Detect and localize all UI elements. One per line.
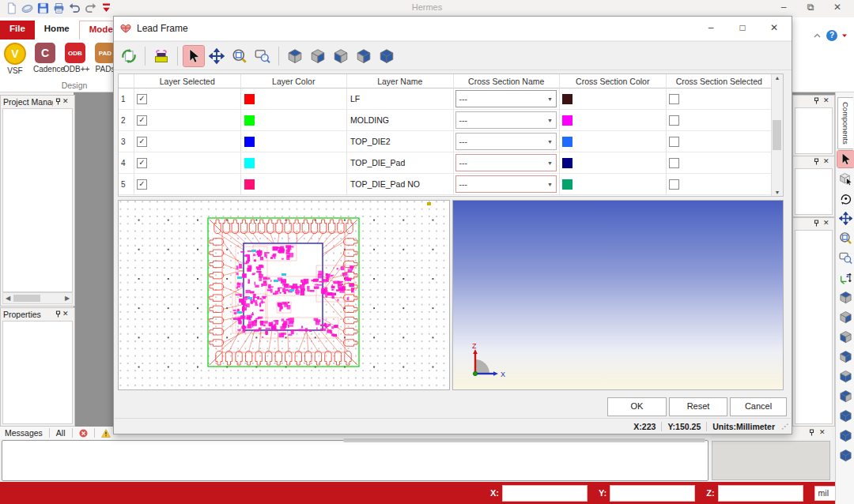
- minimize-button[interactable]: –: [770, 0, 797, 14]
- help-icon[interactable]: ?: [826, 30, 837, 41]
- view-cube-top-button[interactable]: [285, 46, 305, 66]
- cross-section-name-dropdown[interactable]: ---▼: [455, 90, 557, 107]
- cross-section-selected-checkbox[interactable]: [669, 158, 679, 168]
- cross-section-color-swatch[interactable]: [562, 115, 572, 126]
- close-icon[interactable]: ✕: [62, 97, 72, 107]
- cross-section-selected-checkbox[interactable]: [669, 94, 679, 104]
- customize-dropdown-icon[interactable]: [100, 2, 113, 14]
- layer-selected-checkbox[interactable]: ✓: [137, 137, 147, 147]
- restore-button[interactable]: ⧉: [797, 0, 824, 14]
- view-iso-button[interactable]: [376, 46, 397, 66]
- view-iso-1-button[interactable]: [837, 408, 854, 424]
- view-cube-left-button[interactable]: [331, 46, 351, 66]
- redo-icon[interactable]: [84, 2, 97, 14]
- new-file-icon[interactable]: [5, 2, 18, 14]
- cross-section-name-dropdown[interactable]: ---▼: [455, 111, 557, 129]
- pin-icon[interactable]: [53, 310, 62, 319]
- column-header[interactable]: Layer Color: [241, 74, 348, 88]
- reset-button[interactable]: Reset: [669, 397, 727, 416]
- save-file-icon[interactable]: [36, 2, 50, 14]
- select-arrow-button[interactable]: [183, 46, 204, 66]
- tab-home[interactable]: Home: [35, 21, 79, 39]
- scroll-right-icon[interactable]: ▶: [62, 295, 72, 302]
- table-vertical-scrollbar[interactable]: ▲ ▼: [771, 74, 783, 196]
- view-cube-top-button[interactable]: [837, 289, 854, 306]
- view-cube-back-button[interactable]: [837, 348, 854, 365]
- warnings-filter-icon[interactable]: [101, 429, 111, 438]
- view-cube-bottom-button[interactable]: [837, 388, 854, 404]
- close-icon[interactable]: ✕: [823, 157, 833, 167]
- cross-section-name-dropdown[interactable]: ---▼: [455, 154, 557, 171]
- help-dropdown-icon[interactable]: [841, 32, 848, 39]
- view-iso-3-button[interactable]: [837, 447, 854, 464]
- leadframe-layers-button[interactable]: [151, 46, 172, 66]
- pan-view-button[interactable]: [837, 210, 854, 227]
- cross-section-color-swatch[interactable]: [562, 94, 572, 104]
- scroll-left-icon[interactable]: ◀: [3, 295, 13, 302]
- zoom-window-button[interactable]: [837, 250, 854, 266]
- messages-tab[interactable]: Messages: [5, 428, 43, 438]
- print-icon[interactable]: [52, 2, 66, 14]
- dialog-maximize-button[interactable]: □: [727, 17, 758, 39]
- cross-section-color-swatch[interactable]: [562, 158, 572, 168]
- properties-content[interactable]: [2, 321, 73, 424]
- z-coordinate-input[interactable]: [718, 485, 803, 502]
- pin-icon[interactable]: [807, 428, 816, 438]
- column-header[interactable]: Layer Selected: [134, 74, 241, 88]
- z-scale-button[interactable]: z: [837, 269, 854, 286]
- dialog-close-button[interactable]: ✕: [758, 17, 790, 39]
- cross-section-selected-checkbox[interactable]: [669, 179, 679, 190]
- horizontal-scrollbar[interactable]: ◀ ▶: [2, 292, 73, 304]
- reload-button[interactable]: [119, 46, 139, 66]
- select-arrow-button[interactable]: [837, 151, 854, 167]
- zoom-box-button[interactable]: [837, 230, 854, 246]
- close-icon[interactable]: ✕: [823, 219, 833, 228]
- design-item-odb[interactable]: ODBODB++: [63, 43, 87, 75]
- components-tab[interactable]: Components: [837, 97, 853, 149]
- cross-section-color-swatch[interactable]: [562, 137, 572, 147]
- cross-section-color-swatch[interactable]: [562, 179, 572, 190]
- design-item-vsf[interactable]: VVSF: [3, 43, 27, 75]
- zoom-window-button[interactable]: [252, 46, 273, 66]
- ok-button[interactable]: OK: [607, 397, 667, 416]
- view-cube-right-button[interactable]: [837, 309, 854, 325]
- project-manager-content[interactable]: [2, 108, 73, 292]
- tab-file[interactable]: File: [0, 21, 35, 39]
- layer-color-swatch[interactable]: [244, 158, 255, 168]
- pin-icon[interactable]: [811, 219, 821, 228]
- pan-view-button[interactable]: [206, 46, 227, 66]
- errors-filter-icon[interactable]: [79, 429, 88, 438]
- layer-color-swatch[interactable]: [244, 137, 255, 147]
- design-item-cadence[interactable]: CCadence: [33, 43, 57, 75]
- view-cube-front-button[interactable]: [837, 368, 854, 385]
- cross-section-name-dropdown[interactable]: ---▼: [455, 175, 557, 193]
- close-icon[interactable]: ✕: [62, 310, 72, 319]
- view-cube-right-button[interactable]: [308, 46, 328, 66]
- pin-icon[interactable]: [811, 157, 821, 167]
- layer-selected-checkbox[interactable]: ✓: [137, 115, 147, 126]
- open-file-icon[interactable]: [21, 2, 34, 14]
- close-button[interactable]: ✕: [824, 0, 851, 14]
- leadframe-3d-view[interactable]: Z X: [452, 200, 784, 390]
- layer-color-swatch[interactable]: [244, 179, 255, 190]
- messages-scrollbar[interactable]: [343, 438, 705, 442]
- dialog-minimize-button[interactable]: –: [695, 17, 727, 39]
- messages-filter-all[interactable]: All: [56, 428, 66, 438]
- layer-color-swatch[interactable]: [244, 94, 255, 104]
- collapse-ribbon-icon[interactable]: [812, 31, 822, 41]
- undo-icon[interactable]: [68, 2, 81, 14]
- pin-icon[interactable]: [811, 96, 821, 106]
- resize-grip[interactable]: ⋰: [781, 423, 788, 431]
- view-cube-left-button[interactable]: [837, 329, 854, 345]
- view-cube-back-button[interactable]: [353, 46, 374, 66]
- messages-log[interactable]: [2, 440, 709, 481]
- column-header[interactable]: Cross Section Name: [454, 74, 561, 88]
- pin-icon[interactable]: [53, 97, 62, 107]
- close-icon[interactable]: ✕: [823, 96, 833, 106]
- rotate-view-button[interactable]: [837, 190, 854, 207]
- select-3d-button[interactable]: [837, 171, 854, 187]
- column-header[interactable]: Layer Name: [347, 74, 454, 88]
- cross-section-selected-checkbox[interactable]: [669, 115, 679, 126]
- layer-selected-checkbox[interactable]: ✓: [137, 158, 147, 168]
- layer-color-swatch[interactable]: [244, 115, 255, 126]
